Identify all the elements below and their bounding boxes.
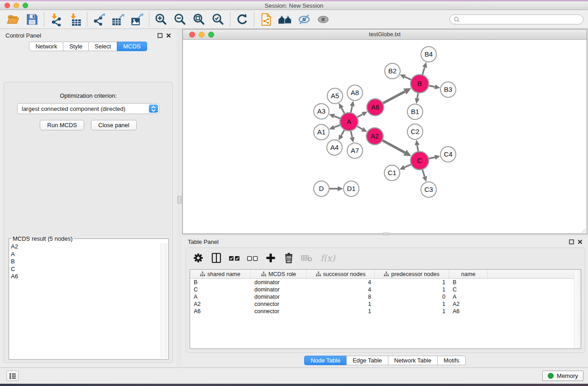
delete-column-button[interactable]: [281, 250, 296, 266]
delete-table-button[interactable]: [299, 250, 315, 266]
node-B2[interactable]: B2: [385, 63, 400, 79]
hide-selected-button[interactable]: [295, 11, 314, 28]
result-scrollbar[interactable]: [161, 243, 167, 358]
export-image-button[interactable]: [128, 11, 147, 28]
deselect-all-rows-button[interactable]: [245, 250, 260, 266]
edge-C-C2[interactable]: [417, 145, 418, 152]
panel-selector-button[interactable]: [6, 371, 19, 381]
save-session-button[interactable]: [23, 11, 42, 28]
zoom-out-button[interactable]: [171, 11, 190, 28]
result-item[interactable]: A6: [11, 273, 168, 281]
tab-node-table[interactable]: Node Table: [304, 356, 347, 365]
node-C2[interactable]: C2: [407, 124, 423, 139]
edge-A2-C[interactable]: [382, 140, 405, 152]
table-row[interactable]: Cdominator41C: [190, 286, 581, 293]
node-A5[interactable]: A5: [327, 88, 343, 104]
maximize-window-icon[interactable]: [23, 3, 28, 8]
node-B3[interactable]: B3: [440, 82, 456, 97]
memory-button[interactable]: Memory: [542, 371, 583, 381]
home-button[interactable]: [276, 11, 295, 28]
edge-B-B3[interactable]: [429, 86, 435, 87]
export-table-button[interactable]: [109, 11, 128, 28]
node-A3[interactable]: A3: [314, 104, 329, 119]
network-window-titlebar[interactable]: testGlobe.txt: [183, 29, 587, 40]
table-scrollbar[interactable]: [574, 270, 581, 348]
minimize-window-icon[interactable]: [14, 3, 19, 8]
column-header-MCDS-role[interactable]: MCDS role: [251, 270, 307, 278]
criterion-select[interactable]: largest connected component (directed): [17, 103, 159, 114]
edge-A-A4[interactable]: [341, 130, 344, 136]
table-options-button[interactable]: [191, 250, 206, 266]
tab-mcds[interactable]: MCDS: [117, 42, 147, 51]
search-input[interactable]: [460, 16, 579, 23]
table-row[interactable]: A2connector11A2: [190, 300, 581, 308]
zoom-in-button[interactable]: [152, 11, 171, 28]
refresh-button[interactable]: [233, 11, 252, 28]
result-item[interactable]: B: [11, 258, 168, 266]
node-B4[interactable]: B4: [421, 47, 436, 62]
tab-edge-table[interactable]: Edge Table: [346, 356, 388, 365]
edge-A-A3[interactable]: [334, 116, 340, 119]
column-header-successor-nodes[interactable]: successor nodes: [307, 270, 375, 278]
edge-A-A1[interactable]: [334, 125, 340, 127]
node-A[interactable]: A: [340, 113, 358, 131]
table-row[interactable]: Bdominator41B: [190, 279, 581, 286]
column-header-predecessor-nodes[interactable]: predecessor nodes: [375, 270, 449, 278]
node-B1[interactable]: B1: [407, 104, 423, 119]
edge-A-A2[interactable]: [357, 126, 362, 129]
edge-C-C1[interactable]: [404, 164, 411, 167]
table-row[interactable]: Adominator80A: [190, 293, 581, 300]
function-builder-button[interactable]: f(x): [317, 250, 338, 266]
close-panel-icon[interactable]: [578, 239, 583, 244]
show-all-button[interactable]: [314, 11, 333, 28]
edge-A-A8[interactable]: [351, 106, 352, 112]
resize-grip-icon[interactable]: [580, 227, 586, 233]
edge-B-B2[interactable]: [405, 77, 411, 80]
table-row[interactable]: A6connector11A6: [190, 308, 581, 315]
tab-motifs[interactable]: Motifs: [437, 356, 466, 365]
network-graph[interactable]: AA1A2A3A4A5A6A7A8BB1B2B3B4CC1C2C3C4DD1: [183, 40, 587, 234]
tab-style[interactable]: Style: [63, 42, 89, 51]
tab-select[interactable]: Select: [88, 42, 117, 51]
node-A7[interactable]: A7: [347, 143, 363, 158]
select-all-rows-button[interactable]: [227, 250, 242, 266]
node-A4[interactable]: A4: [327, 140, 342, 155]
edge-A-A6[interactable]: [357, 114, 363, 117]
close-panel-button[interactable]: Close panel: [91, 120, 137, 130]
edge-B-B4[interactable]: [422, 67, 425, 75]
close-panel-icon[interactable]: [166, 33, 171, 38]
minimize-network-icon[interactable]: [199, 32, 205, 38]
vertical-divider-grip[interactable]: [177, 196, 182, 204]
open-session-button[interactable]: [4, 11, 23, 28]
new-network-from-file-button[interactable]: [257, 11, 276, 28]
node-D[interactable]: D: [314, 181, 329, 196]
node-table[interactable]: shared nameMCDS rolesuccessor nodesprede…: [190, 269, 581, 349]
node-C3[interactable]: C3: [421, 182, 436, 197]
edge-A6-B[interactable]: [383, 91, 405, 103]
edge-A-A7[interactable]: [351, 131, 352, 138]
tab-network-table[interactable]: Network Table: [388, 356, 438, 365]
import-table-button[interactable]: [66, 11, 85, 28]
add-column-button[interactable]: [263, 250, 278, 266]
column-mode-button[interactable]: [209, 250, 224, 266]
node-D1[interactable]: D1: [344, 181, 359, 196]
result-item[interactable]: A2: [11, 243, 168, 251]
column-header-name[interactable]: name: [449, 270, 488, 278]
run-mcds-button[interactable]: Run MCDS: [40, 120, 84, 130]
node-C[interactable]: C: [411, 152, 429, 170]
tab-network[interactable]: Network: [29, 42, 63, 51]
node-A6[interactable]: A6: [367, 99, 384, 116]
node-C4[interactable]: C4: [440, 147, 456, 162]
float-panel-icon[interactable]: [569, 239, 574, 244]
node-C1[interactable]: C1: [384, 165, 400, 181]
zoom-selected-button[interactable]: [209, 11, 228, 28]
column-header-shared-name[interactable]: shared name: [190, 270, 251, 278]
export-network-button[interactable]: [90, 11, 109, 28]
search-box[interactable]: [449, 14, 583, 24]
close-network-icon[interactable]: [189, 32, 195, 38]
node-B[interactable]: B: [411, 75, 429, 93]
result-item[interactable]: C: [11, 266, 168, 273]
network-canvas[interactable]: AA1A2A3A4A5A6A7A8BB1B2B3B4CC1C2C3C4DD1: [183, 40, 587, 234]
maximize-network-icon[interactable]: [208, 32, 214, 38]
node-A2[interactable]: A2: [367, 128, 383, 145]
